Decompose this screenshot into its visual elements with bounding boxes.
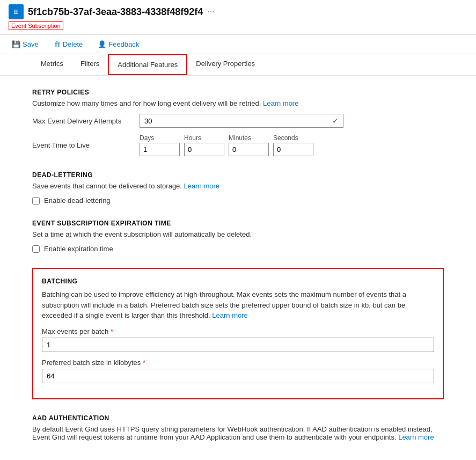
preferred-size-field: Preferred batch size in kilobytes * [42, 359, 434, 383]
max-attempts-input[interactable] [144, 117, 332, 125]
delete-icon: 🗑 [54, 40, 61, 48]
minutes-group: Minutes [229, 134, 269, 156]
main-content: RETRY POLICIES Customize how many times … [0, 76, 476, 460]
expiration-section: EVENT SUBSCRIPTION EXPIRATION TIME Set a… [32, 220, 444, 253]
max-events-field: Max events per batch * [42, 327, 434, 352]
tab-bar: Metrics Filters Additional Features Deli… [0, 54, 476, 76]
aad-title: AAD AUTHENTICATION [32, 414, 444, 422]
time-to-live-label: Event Time to Live [32, 141, 140, 149]
resource-subtitle: Event Subscription [9, 21, 63, 30]
deadletter-checkbox-row: Enable dead-lettering [32, 196, 444, 205]
tab-additional-features[interactable]: Additional Features [108, 54, 187, 75]
max-events-input[interactable] [42, 338, 434, 352]
expiration-checkbox[interactable] [32, 245, 40, 253]
batching-desc: Batching can be used to improve efficien… [42, 289, 434, 321]
deadletter-learn-more-link[interactable]: Learn more [184, 182, 219, 190]
deadletter-checkbox-label: Enable dead-lettering [44, 196, 111, 205]
time-fields: Days Hours Minutes Seconds [140, 134, 444, 156]
delete-button[interactable]: 🗑 Delete [50, 38, 86, 50]
tab-filters[interactable]: Filters [72, 54, 108, 75]
batching-learn-more-link[interactable]: Learn more [212, 311, 247, 319]
retry-policies-section: RETRY POLICIES Customize how many times … [32, 89, 444, 156]
preferred-size-label: Preferred batch size in kilobytes * [42, 359, 434, 367]
retry-desc: Customize how many times and for how lon… [32, 99, 444, 107]
expiration-checkbox-row: Enable expiration time [32, 245, 444, 253]
minutes-input[interactable] [229, 143, 269, 156]
batching-title: BATCHING [42, 278, 434, 285]
toolbar: 💾 Save 🗑 Delete 👤 Feedback [0, 35, 476, 54]
deadletter-desc: Save events that cannot be delivered to … [32, 182, 444, 190]
max-events-required: * [111, 327, 113, 335]
expiration-desc: Set a time at which the event subscripti… [32, 230, 444, 238]
feedback-button[interactable]: 👤 Feedback [94, 38, 142, 50]
max-attempts-input-wrapper: ✓ [140, 114, 343, 128]
preferred-size-required: * [143, 359, 145, 367]
save-button[interactable]: 💾 Save [9, 38, 42, 50]
resource-name: 5f1cb75b-37af-3eaa-3883-4338f48f92f4 [28, 6, 203, 18]
save-icon: 💾 [12, 40, 20, 48]
retry-title: RETRY POLICIES [32, 89, 444, 96]
aad-desc: By default Event Grid uses HTTPS query s… [32, 425, 444, 441]
hours-group: Hours [184, 134, 224, 156]
deadletter-title: DEAD-LETTERING [32, 171, 444, 179]
max-attempts-row: Max Event Delivery Attempts ✓ [32, 114, 444, 128]
resource-icon: ⊞ [9, 4, 24, 19]
seconds-group: Seconds [273, 134, 313, 156]
feedback-icon: 👤 [98, 40, 106, 48]
retry-learn-more-link[interactable]: Learn more [263, 99, 298, 107]
aad-learn-more-link[interactable]: Learn more [398, 433, 434, 441]
batching-section: BATCHING Batching can be used to improve… [32, 268, 444, 399]
hours-input[interactable] [184, 143, 224, 156]
days-label: Days [140, 134, 180, 142]
check-icon: ✓ [332, 116, 339, 125]
more-options-icon[interactable]: ··· [207, 7, 214, 17]
days-input[interactable] [140, 143, 180, 156]
aad-section: AAD AUTHENTICATION By default Event Grid… [32, 414, 444, 441]
tab-metrics[interactable]: Metrics [32, 54, 72, 75]
days-group: Days [140, 134, 180, 156]
time-to-live-row: Event Time to Live Days Hours Minutes [32, 134, 444, 156]
minutes-label: Minutes [229, 134, 269, 142]
expiration-title: EVENT SUBSCRIPTION EXPIRATION TIME [32, 220, 444, 227]
max-events-label: Max events per batch * [42, 327, 434, 335]
expiration-checkbox-label: Enable expiration time [44, 245, 113, 253]
seconds-label: Seconds [273, 134, 313, 142]
preferred-size-input[interactable] [42, 369, 434, 383]
deadletter-section: DEAD-LETTERING Save events that cannot b… [32, 171, 444, 205]
deadletter-checkbox[interactable] [32, 197, 40, 205]
hours-label: Hours [184, 134, 224, 142]
max-attempts-label: Max Event Delivery Attempts [32, 117, 140, 125]
tab-delivery-properties[interactable]: Delivery Properties [187, 54, 263, 75]
seconds-input[interactable] [273, 143, 313, 156]
